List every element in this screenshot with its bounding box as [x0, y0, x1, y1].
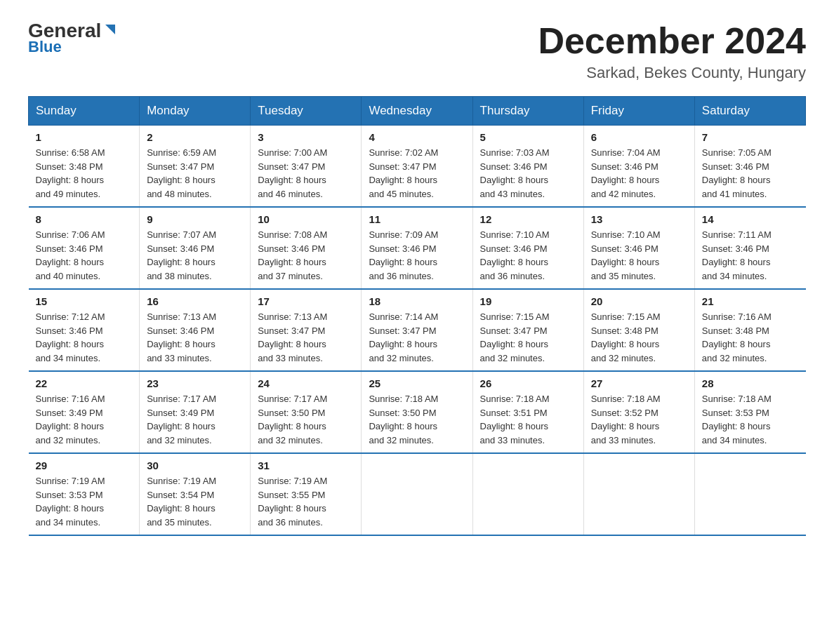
- table-row: 2 Sunrise: 6:59 AM Sunset: 3:47 PM Dayli…: [140, 126, 251, 208]
- calendar-week-row: 29 Sunrise: 7:19 AM Sunset: 3:53 PM Dayl…: [29, 453, 806, 535]
- day-number: 14: [702, 213, 799, 225]
- col-friday: Friday: [583, 97, 694, 126]
- day-number: 7: [702, 131, 799, 143]
- table-row: 21 Sunrise: 7:16 AM Sunset: 3:48 PM Dayl…: [694, 289, 805, 371]
- logo: General Blue: [28, 21, 118, 56]
- day-info: Sunrise: 7:17 AM Sunset: 3:49 PM Dayligh…: [147, 392, 243, 447]
- day-info: Sunrise: 7:17 AM Sunset: 3:50 PM Dayligh…: [258, 392, 354, 447]
- day-number: 5: [480, 131, 576, 143]
- page-subtitle: Sarkad, Bekes County, Hungary: [538, 64, 806, 82]
- day-info: Sunrise: 7:19 AM Sunset: 3:53 PM Dayligh…: [36, 474, 133, 529]
- table-row: 28 Sunrise: 7:18 AM Sunset: 3:53 PM Dayl…: [694, 371, 805, 453]
- table-row: 8 Sunrise: 7:06 AM Sunset: 3:46 PM Dayli…: [29, 207, 140, 289]
- day-info: Sunrise: 7:02 AM Sunset: 3:47 PM Dayligh…: [369, 146, 465, 201]
- title-area: December 2024 Sarkad, Bekes County, Hung…: [538, 21, 806, 82]
- day-info: Sunrise: 6:58 AM Sunset: 3:48 PM Dayligh…: [36, 146, 133, 201]
- calendar-week-row: 8 Sunrise: 7:06 AM Sunset: 3:46 PM Dayli…: [29, 207, 806, 289]
- day-info: Sunrise: 7:09 AM Sunset: 3:46 PM Dayligh…: [369, 228, 465, 283]
- table-row: 22 Sunrise: 7:16 AM Sunset: 3:49 PM Dayl…: [29, 371, 140, 453]
- table-row: 30 Sunrise: 7:19 AM Sunset: 3:54 PM Dayl…: [140, 453, 251, 535]
- day-info: Sunrise: 7:08 AM Sunset: 3:46 PM Dayligh…: [258, 228, 354, 283]
- day-number: 16: [147, 295, 243, 307]
- day-info: Sunrise: 7:19 AM Sunset: 3:54 PM Dayligh…: [147, 474, 243, 529]
- day-info: Sunrise: 7:14 AM Sunset: 3:47 PM Dayligh…: [369, 310, 465, 365]
- day-info: Sunrise: 7:10 AM Sunset: 3:46 PM Dayligh…: [591, 228, 687, 283]
- day-number: 22: [36, 377, 133, 389]
- day-number: 30: [147, 459, 243, 471]
- table-row: [472, 453, 583, 535]
- day-number: 26: [480, 377, 576, 389]
- col-thursday: Thursday: [472, 97, 583, 126]
- day-number: 23: [147, 377, 243, 389]
- day-number: 18: [369, 295, 465, 307]
- calendar-week-row: 1 Sunrise: 6:58 AM Sunset: 3:48 PM Dayli…: [29, 126, 806, 208]
- day-info: Sunrise: 7:00 AM Sunset: 3:47 PM Dayligh…: [258, 146, 354, 201]
- day-number: 25: [369, 377, 465, 389]
- logo-blue: Blue: [28, 38, 118, 56]
- table-row: 27 Sunrise: 7:18 AM Sunset: 3:52 PM Dayl…: [583, 371, 694, 453]
- page-title: December 2024: [538, 21, 806, 61]
- page-header: General Blue December 2024 Sarkad, Bekes…: [28, 21, 806, 82]
- day-number: 31: [258, 459, 354, 471]
- table-row: 10 Sunrise: 7:08 AM Sunset: 3:46 PM Dayl…: [251, 207, 362, 289]
- day-info: Sunrise: 7:16 AM Sunset: 3:48 PM Dayligh…: [702, 310, 799, 365]
- table-row: [583, 453, 694, 535]
- table-row: 1 Sunrise: 6:58 AM Sunset: 3:48 PM Dayli…: [29, 126, 140, 208]
- day-info: Sunrise: 7:07 AM Sunset: 3:46 PM Dayligh…: [147, 228, 243, 283]
- day-number: 10: [258, 213, 354, 225]
- table-row: 14 Sunrise: 7:11 AM Sunset: 3:46 PM Dayl…: [694, 207, 805, 289]
- table-row: 18 Sunrise: 7:14 AM Sunset: 3:47 PM Dayl…: [362, 289, 472, 371]
- table-row: 3 Sunrise: 7:00 AM Sunset: 3:47 PM Dayli…: [251, 126, 362, 208]
- table-row: 7 Sunrise: 7:05 AM Sunset: 3:46 PM Dayli…: [694, 126, 805, 208]
- day-info: Sunrise: 7:16 AM Sunset: 3:49 PM Dayligh…: [36, 392, 133, 447]
- table-row: 5 Sunrise: 7:03 AM Sunset: 3:46 PM Dayli…: [472, 126, 583, 208]
- day-info: Sunrise: 7:18 AM Sunset: 3:51 PM Dayligh…: [480, 392, 576, 447]
- day-number: 8: [36, 213, 133, 225]
- calendar-header-row: Sunday Monday Tuesday Wednesday Thursday…: [29, 97, 806, 126]
- day-number: 1: [36, 131, 133, 143]
- day-number: 3: [258, 131, 354, 143]
- table-row: 4 Sunrise: 7:02 AM Sunset: 3:47 PM Dayli…: [362, 126, 472, 208]
- day-info: Sunrise: 7:06 AM Sunset: 3:46 PM Dayligh…: [36, 228, 133, 283]
- svg-marker-0: [105, 25, 115, 34]
- day-number: 21: [702, 295, 799, 307]
- table-row: 15 Sunrise: 7:12 AM Sunset: 3:46 PM Dayl…: [29, 289, 140, 371]
- day-info: Sunrise: 7:13 AM Sunset: 3:47 PM Dayligh…: [258, 310, 354, 365]
- col-sunday: Sunday: [29, 97, 140, 126]
- day-info: Sunrise: 7:12 AM Sunset: 3:46 PM Dayligh…: [36, 310, 133, 365]
- table-row: 31 Sunrise: 7:19 AM Sunset: 3:55 PM Dayl…: [251, 453, 362, 535]
- day-info: Sunrise: 7:05 AM Sunset: 3:46 PM Dayligh…: [702, 146, 799, 201]
- day-info: Sunrise: 7:04 AM Sunset: 3:46 PM Dayligh…: [591, 146, 687, 201]
- day-number: 29: [36, 459, 133, 471]
- table-row: 11 Sunrise: 7:09 AM Sunset: 3:46 PM Dayl…: [362, 207, 472, 289]
- day-number: 27: [591, 377, 687, 389]
- day-number: 17: [258, 295, 354, 307]
- table-row: 20 Sunrise: 7:15 AM Sunset: 3:48 PM Dayl…: [583, 289, 694, 371]
- day-info: Sunrise: 7:18 AM Sunset: 3:53 PM Dayligh…: [702, 392, 799, 447]
- day-number: 6: [591, 131, 687, 143]
- col-saturday: Saturday: [694, 97, 805, 126]
- day-info: Sunrise: 7:15 AM Sunset: 3:47 PM Dayligh…: [480, 310, 576, 365]
- day-number: 19: [480, 295, 576, 307]
- table-row: 24 Sunrise: 7:17 AM Sunset: 3:50 PM Dayl…: [251, 371, 362, 453]
- day-info: Sunrise: 7:11 AM Sunset: 3:46 PM Dayligh…: [702, 228, 799, 283]
- day-number: 12: [480, 213, 576, 225]
- table-row: 6 Sunrise: 7:04 AM Sunset: 3:46 PM Dayli…: [583, 126, 694, 208]
- day-info: Sunrise: 7:18 AM Sunset: 3:50 PM Dayligh…: [369, 392, 465, 447]
- day-info: Sunrise: 6:59 AM Sunset: 3:47 PM Dayligh…: [147, 146, 243, 201]
- day-number: 2: [147, 131, 243, 143]
- table-row: 23 Sunrise: 7:17 AM Sunset: 3:49 PM Dayl…: [140, 371, 251, 453]
- day-info: Sunrise: 7:15 AM Sunset: 3:48 PM Dayligh…: [591, 310, 687, 365]
- table-row: 13 Sunrise: 7:10 AM Sunset: 3:46 PM Dayl…: [583, 207, 694, 289]
- day-info: Sunrise: 7:13 AM Sunset: 3:46 PM Dayligh…: [147, 310, 243, 365]
- day-number: 11: [369, 213, 465, 225]
- day-number: 15: [36, 295, 133, 307]
- day-info: Sunrise: 7:10 AM Sunset: 3:46 PM Dayligh…: [480, 228, 576, 283]
- table-row: 19 Sunrise: 7:15 AM Sunset: 3:47 PM Dayl…: [472, 289, 583, 371]
- table-row: [694, 453, 805, 535]
- day-number: 13: [591, 213, 687, 225]
- calendar-week-row: 15 Sunrise: 7:12 AM Sunset: 3:46 PM Dayl…: [29, 289, 806, 371]
- table-row: 16 Sunrise: 7:13 AM Sunset: 3:46 PM Dayl…: [140, 289, 251, 371]
- day-number: 20: [591, 295, 687, 307]
- calendar-table: Sunday Monday Tuesday Wednesday Thursday…: [28, 96, 806, 536]
